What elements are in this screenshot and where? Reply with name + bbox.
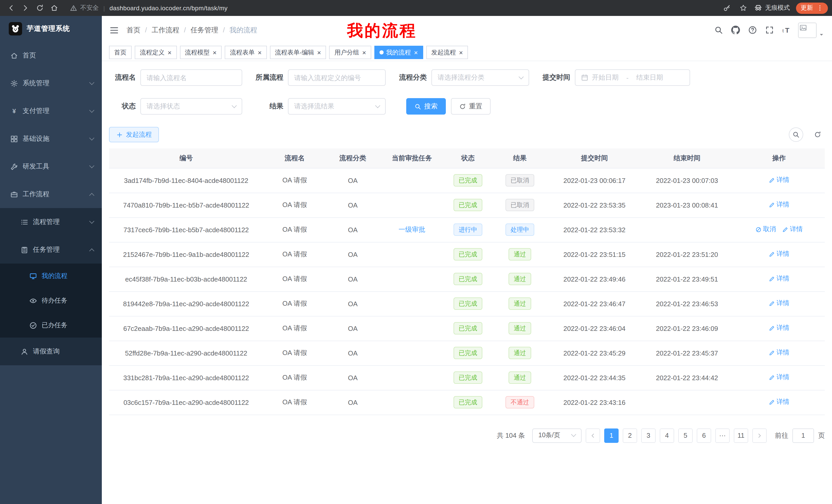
prev-page-button[interactable]	[586, 428, 600, 443]
github-button[interactable]	[731, 26, 740, 34]
tab-2[interactable]: 流程模型×	[180, 46, 222, 59]
breadcrumb-item[interactable]: 任务管理	[190, 25, 218, 35]
search-toggle-button[interactable]	[789, 128, 803, 142]
row-id: 3ad174fb-7b9d-11ec-8404-acde48001122	[109, 168, 263, 193]
edit-icon	[769, 251, 775, 257]
refresh-table-button[interactable]	[810, 128, 825, 142]
detail-link[interactable]: 详情	[769, 275, 789, 283]
key-button[interactable]	[722, 2, 732, 14]
update-label: 更新	[801, 4, 813, 12]
row-actions: 详情	[733, 267, 825, 291]
column-header: 编号	[109, 148, 263, 168]
status-select[interactable]: 请选择状态	[140, 98, 242, 115]
sidebar: 芋道管理系统 首页系统管理¥支付管理基础设施研发工具工作流程流程管理任务管理我的…	[0, 16, 102, 504]
avatar[interactable]	[798, 22, 824, 38]
page-button-4[interactable]: 4	[660, 428, 674, 443]
address-bar[interactable]: 不安全 | dashboard.yudao.iocoder.cn/bpm/tas…	[66, 2, 716, 14]
next-page-button[interactable]	[752, 428, 767, 443]
page-button-1[interactable]: 1	[604, 428, 619, 443]
row-category: OA	[326, 168, 380, 193]
row-submit-time: 2022-01-22 23:43:16	[548, 390, 641, 415]
menu-fold-icon[interactable]	[109, 25, 119, 35]
home-button[interactable]	[47, 2, 61, 14]
detail-link[interactable]: 详情	[769, 373, 789, 382]
sidebar-item-label: 工作流程	[23, 190, 85, 199]
tab-4[interactable]: 流程表单-编辑×	[270, 46, 326, 59]
close-icon[interactable]: ×	[317, 49, 321, 56]
fullscreen-button[interactable]	[765, 26, 774, 34]
category-select[interactable]: 请选择流程分类	[432, 69, 529, 86]
tab-5[interactable]: 用户分组×	[329, 46, 371, 59]
row-category: OA	[326, 217, 380, 242]
current-task-link[interactable]: 一级审批	[398, 226, 425, 233]
tab-3[interactable]: 流程表单×	[225, 46, 267, 59]
sidebar-item-todo-task[interactable]: 待办任务	[0, 288, 102, 313]
logo-image	[9, 22, 22, 35]
detail-link[interactable]: 详情	[769, 176, 789, 185]
detail-link[interactable]: 详情	[769, 324, 789, 333]
forward-button[interactable]	[19, 2, 32, 14]
breadcrumb-item[interactable]: 我的流程	[230, 25, 257, 35]
sidebar-item-home[interactable]: 首页	[0, 41, 102, 69]
app-logo[interactable]: 芋道管理系统	[0, 16, 102, 41]
close-icon[interactable]: ×	[258, 49, 261, 56]
close-icon[interactable]: ×	[213, 49, 216, 56]
goto-page-input[interactable]	[792, 428, 814, 443]
star-button[interactable]	[738, 2, 748, 14]
refresh-icon	[814, 131, 821, 138]
breadcrumb-item[interactable]: 工作流程	[152, 25, 179, 35]
row-id: 331bc281-7b9a-11ec-a290-acde48001122	[109, 365, 263, 390]
page-ellipsis[interactable]: ···	[715, 428, 730, 443]
sidebar-item-infrastructure[interactable]: 基础设施	[0, 125, 102, 152]
detail-link[interactable]: 详情	[769, 250, 789, 259]
search-button[interactable]	[714, 26, 723, 34]
status-label: 状态	[109, 102, 136, 111]
sidebar-item-task-mgmt[interactable]: 任务管理	[0, 236, 102, 263]
row-end-time: 2022-01-22 23:46:53	[641, 291, 733, 316]
app-title: 芋道管理系统	[27, 24, 70, 33]
detail-link[interactable]: 详情	[782, 225, 803, 234]
tab-7[interactable]: 发起流程×	[426, 46, 468, 59]
sidebar-item-done-task[interactable]: 已办任务	[0, 313, 102, 338]
detail-link[interactable]: 详情	[769, 398, 789, 407]
more-menu-icon[interactable]	[816, 5, 823, 11]
tab-0[interactable]: 首页	[109, 46, 132, 59]
search-button[interactable]: 搜索	[406, 98, 446, 115]
detail-link[interactable]: 详情	[769, 348, 789, 357]
page-size-select[interactable]: 10条/页	[532, 428, 581, 443]
process-name-input[interactable]	[147, 74, 236, 81]
sidebar-item-devtools[interactable]: 研发工具	[0, 152, 102, 180]
sidebar-item-process-mgmt[interactable]: 流程管理	[0, 208, 102, 236]
row-submit-time: 2022-01-22 23:51:15	[548, 242, 641, 267]
tab-1[interactable]: 流程定义×	[135, 46, 177, 59]
sidebar-item-leave-query[interactable]: 请假查询	[0, 338, 102, 365]
reload-button[interactable]	[33, 2, 46, 14]
page-button-5[interactable]: 5	[678, 428, 693, 443]
sidebar-item-my-process[interactable]: 我的流程	[0, 263, 102, 288]
sidebar-item-payment[interactable]: ¥支付管理	[0, 97, 102, 125]
font-size-button[interactable]: tT	[782, 26, 791, 34]
detail-link[interactable]: 详情	[769, 201, 789, 209]
close-icon[interactable]: ×	[414, 49, 418, 56]
sidebar-item-workflow[interactable]: 工作流程	[0, 180, 102, 208]
result-select[interactable]: 请选择流结果	[288, 98, 386, 115]
page-button-3[interactable]: 3	[641, 428, 656, 443]
definition-input[interactable]	[294, 74, 380, 81]
page-button-11[interactable]: 11	[734, 428, 748, 443]
page-button-2[interactable]: 2	[623, 428, 637, 443]
detail-link[interactable]: 详情	[769, 299, 789, 308]
help-button[interactable]	[748, 26, 757, 34]
close-icon[interactable]: ×	[362, 49, 366, 56]
breadcrumb-item[interactable]: 首页	[127, 25, 140, 35]
page-button-6[interactable]: 6	[697, 428, 711, 443]
create-process-button[interactable]: 发起流程	[109, 127, 159, 142]
back-button[interactable]	[4, 2, 18, 14]
close-icon[interactable]: ×	[167, 49, 172, 56]
sidebar-item-system[interactable]: 系统管理	[0, 69, 102, 97]
update-button[interactable]: 更新	[796, 2, 828, 13]
reset-button[interactable]: 重置	[451, 98, 491, 115]
close-icon[interactable]: ×	[459, 49, 463, 56]
cancel-link[interactable]: 取消	[755, 225, 776, 234]
tab-6[interactable]: 我的流程×	[374, 46, 423, 59]
submit-time-range[interactable]: 开始日期 - 结束日期	[575, 69, 690, 86]
